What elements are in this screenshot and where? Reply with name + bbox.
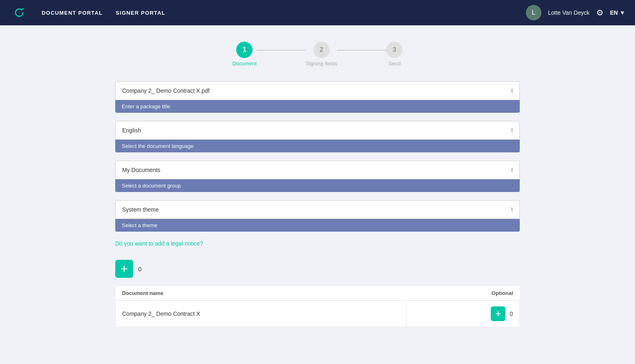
step-document: 1 Document bbox=[233, 42, 257, 67]
svg-rect-4 bbox=[498, 311, 499, 317]
language-select[interactable]: English French Dutch German Spanish bbox=[115, 121, 520, 140]
toggle-row: 0 bbox=[115, 260, 520, 278]
doc-optional-cell: 0 bbox=[407, 301, 520, 327]
document-group-label: Select a document group bbox=[115, 179, 520, 192]
navbar: DOCUMENT PORTAL SIGNER PORTAL L Lotte Va… bbox=[0, 0, 635, 25]
toggle-count: 0 bbox=[138, 266, 141, 272]
step-send: 3 Send bbox=[386, 42, 402, 67]
document-group-select[interactable]: My Documents Shared Documents bbox=[115, 161, 520, 179]
table-row: Company 2_ Demo Contract X 0 bbox=[116, 301, 520, 327]
table-header-name: Document name bbox=[116, 286, 407, 301]
step-connector-1 bbox=[257, 50, 306, 51]
svg-point-0 bbox=[11, 4, 28, 21]
settings-icon[interactable]: ⚙ bbox=[596, 8, 604, 18]
app-logo[interactable] bbox=[10, 3, 29, 22]
language-section: English French Dutch German Spanish Sele… bbox=[115, 121, 520, 152]
theme-select[interactable]: System theme Custom theme bbox=[115, 200, 520, 219]
theme-label: Select a theme bbox=[115, 219, 520, 232]
document-table: Document name Optional Company 2_ Demo C… bbox=[115, 286, 520, 327]
doc-name-cell: Company 2_ Demo Contract X bbox=[116, 301, 407, 327]
legal-notice-link[interactable]: Do you want to add a legal notice? bbox=[115, 240, 203, 247]
avatar: L bbox=[526, 5, 541, 20]
main-content: 1 Document 2 Signing fields 3 Send Enter… bbox=[0, 25, 635, 344]
package-title-input[interactable] bbox=[115, 81, 520, 100]
table-header-optional: Optional bbox=[407, 286, 520, 301]
step-3-circle: 3 bbox=[386, 42, 402, 58]
step-3-label: Send bbox=[388, 60, 400, 67]
svg-rect-2 bbox=[124, 266, 125, 272]
step-2-label: Signing fields bbox=[306, 60, 337, 67]
toggle-button[interactable] bbox=[115, 260, 133, 278]
doc-row-toggle: 0 bbox=[413, 306, 513, 321]
row-optional-count: 0 bbox=[510, 310, 513, 317]
step-1-circle: 1 bbox=[236, 42, 253, 58]
step-connector-2 bbox=[337, 50, 386, 51]
step-2-circle: 2 bbox=[313, 42, 330, 58]
package-title-section: Enter a package title bbox=[115, 81, 520, 113]
package-title-label: Enter a package title bbox=[115, 100, 520, 113]
theme-section: System theme Custom theme Select a theme bbox=[115, 200, 520, 232]
step-1-label: Document bbox=[233, 60, 257, 67]
language-selector[interactable]: EN ▼ bbox=[610, 9, 625, 16]
document-portal-link[interactable]: DOCUMENT PORTAL bbox=[42, 10, 103, 16]
row-toggle-button[interactable] bbox=[491, 306, 505, 321]
step-signing: 2 Signing fields bbox=[306, 42, 337, 67]
username-label: Lotte Van Deyck bbox=[548, 9, 590, 16]
signer-portal-link[interactable]: SIGNER PORTAL bbox=[116, 10, 165, 16]
navbar-right: L Lotte Van Deyck ⚙ EN ▼ bbox=[526, 5, 625, 20]
stepper: 1 Document 2 Signing fields 3 Send bbox=[16, 42, 619, 67]
document-group-section: My Documents Shared Documents Select a d… bbox=[115, 161, 520, 192]
language-label: Select the document language bbox=[115, 140, 520, 152]
